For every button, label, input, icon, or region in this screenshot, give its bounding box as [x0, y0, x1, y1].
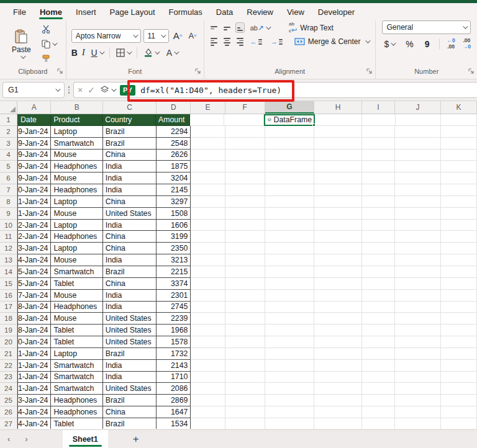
cell[interactable]: [265, 278, 314, 290]
row-header-6[interactable]: 6: [0, 172, 17, 184]
selected-cell-g1[interactable]: DataFrame: [264, 114, 315, 126]
column-header-d[interactable]: D: [157, 101, 191, 114]
cell[interactable]: [265, 220, 314, 231]
cell[interactable]: [265, 231, 314, 243]
cell[interactable]: [441, 336, 477, 348]
cell[interactable]: India: [103, 172, 157, 184]
italic-button[interactable]: I: [82, 48, 85, 58]
cell[interactable]: [265, 348, 314, 360]
cell[interactable]: Smartwatch: [51, 138, 102, 150]
cell[interactable]: Smartwatch: [51, 372, 102, 383]
cell[interactable]: 1875: [157, 161, 191, 172]
column-header-e[interactable]: E: [191, 101, 225, 114]
cell[interactable]: [362, 336, 395, 348]
row-header-15[interactable]: 15: [0, 278, 17, 290]
row-header-16[interactable]: 16: [0, 290, 17, 302]
cell[interactable]: United States: [103, 336, 157, 348]
cell[interactable]: [395, 383, 441, 395]
align-center-button[interactable]: [222, 37, 232, 47]
cell[interactable]: [191, 161, 225, 172]
alignment-dialog-launcher[interactable]: [366, 68, 373, 74]
cell[interactable]: [191, 360, 225, 372]
cell[interactable]: 21-Jan-24: [17, 348, 51, 360]
cell[interactable]: Headphones: [51, 406, 102, 418]
cell[interactable]: [395, 418, 441, 429]
cell[interactable]: [191, 418, 225, 429]
cell[interactable]: [395, 254, 441, 266]
cell[interactable]: 24-Jan-24: [17, 418, 51, 429]
cell[interactable]: [395, 313, 441, 325]
cell[interactable]: [265, 266, 314, 278]
cell[interactable]: [395, 220, 441, 231]
cell[interactable]: 9-Jan-24: [17, 126, 51, 138]
cell[interactable]: Laptop: [51, 196, 102, 208]
cell[interactable]: [265, 243, 314, 254]
enter-icon[interactable]: ✓: [88, 86, 95, 94]
row-header-20[interactable]: 20: [0, 336, 17, 348]
cell[interactable]: [225, 126, 265, 138]
row-header-5[interactable]: 5: [0, 161, 17, 172]
cell[interactable]: [395, 161, 441, 172]
font-size-select[interactable]: 11: [143, 29, 169, 43]
borders-button[interactable]: [114, 47, 132, 58]
cell[interactable]: [191, 150, 225, 161]
cell[interactable]: India: [103, 302, 157, 313]
row-header-1[interactable]: 1: [0, 114, 17, 126]
cell[interactable]: [441, 302, 477, 313]
cell[interactable]: Headphones: [51, 184, 102, 196]
cell[interactable]: India: [103, 372, 157, 383]
cell[interactable]: [441, 231, 477, 243]
cell[interactable]: [314, 302, 362, 313]
cell[interactable]: 1606: [157, 220, 191, 231]
cell[interactable]: [314, 313, 362, 325]
cell[interactable]: [190, 114, 224, 126]
column-header-a[interactable]: A: [17, 101, 51, 114]
cell[interactable]: [395, 266, 441, 278]
align-middle-button[interactable]: [222, 24, 232, 31]
cell[interactable]: [225, 336, 265, 348]
cell[interactable]: [314, 348, 362, 360]
cell[interactable]: [191, 302, 225, 313]
name-box[interactable]: G1: [2, 82, 65, 98]
cell[interactable]: [314, 278, 362, 290]
cell[interactable]: [225, 360, 265, 372]
cell[interactable]: 17-Jan-24: [17, 290, 51, 302]
row-header-14[interactable]: 14: [0, 266, 17, 278]
cell[interactable]: [395, 406, 441, 418]
cell[interactable]: [314, 254, 362, 266]
tab-view[interactable]: View: [280, 3, 311, 20]
cell[interactable]: [225, 278, 265, 290]
cell[interactable]: 18-Jan-24: [17, 302, 51, 313]
cell[interactable]: [441, 266, 477, 278]
cell[interactable]: [395, 325, 441, 336]
cell[interactable]: 1534: [157, 418, 191, 429]
cell[interactable]: China: [103, 196, 157, 208]
cancel-icon[interactable]: ×: [78, 86, 83, 94]
column-header-c[interactable]: C: [103, 101, 157, 114]
cell[interactable]: 3213: [157, 254, 191, 266]
cell[interactable]: Headphones: [51, 302, 102, 313]
cell[interactable]: 13-Jan-24: [17, 243, 51, 254]
cell[interactable]: [191, 208, 225, 220]
decrease-font-button[interactable]: A˅: [186, 30, 198, 42]
cell[interactable]: [362, 360, 395, 372]
cell[interactable]: [441, 196, 477, 208]
cell[interactable]: [225, 138, 265, 150]
cell[interactable]: India: [103, 360, 157, 372]
cell[interactable]: Laptop: [51, 348, 102, 360]
cell[interactable]: [225, 383, 265, 395]
cell[interactable]: [395, 243, 441, 254]
cell[interactable]: 20-Jan-24: [17, 336, 51, 348]
cell[interactable]: [362, 395, 395, 406]
cell[interactable]: [225, 290, 265, 302]
cell[interactable]: [441, 220, 477, 231]
column-header-i[interactable]: I: [362, 101, 395, 114]
cell[interactable]: [265, 254, 314, 266]
cell[interactable]: [314, 172, 362, 184]
cell[interactable]: [225, 220, 265, 231]
table-header-country[interactable]: Country: [102, 114, 156, 126]
cell[interactable]: 9-Jan-24: [17, 172, 51, 184]
cell[interactable]: [191, 231, 225, 243]
cell[interactable]: [191, 290, 225, 302]
cell[interactable]: [191, 383, 225, 395]
